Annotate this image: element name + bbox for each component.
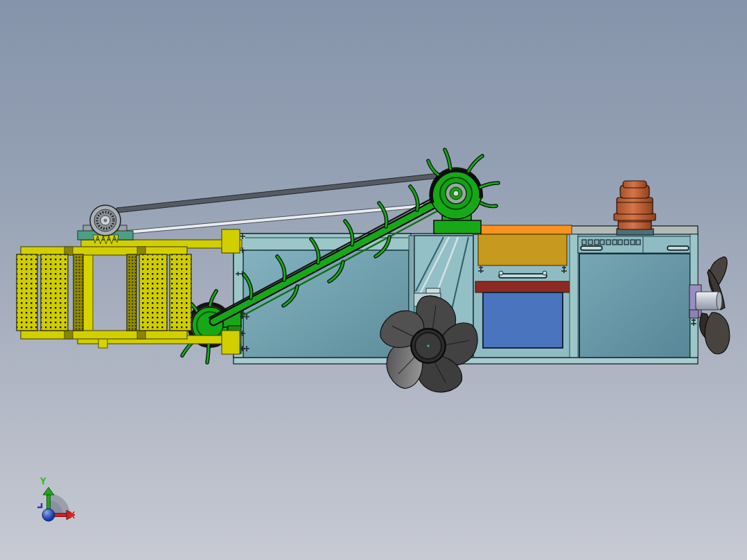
z-axis-mark bbox=[37, 503, 42, 507]
cad-viewport[interactable]: Y X bbox=[0, 0, 747, 560]
orientation-triad: Y X bbox=[37, 475, 76, 521]
engine-cover-panel[interactable] bbox=[478, 234, 567, 265]
drum-bottom-bar bbox=[21, 331, 187, 339]
cabin-panel[interactable] bbox=[579, 254, 690, 358]
propeller-shaft bbox=[696, 292, 719, 310]
handle-end bbox=[543, 271, 547, 275]
engine-cover-trim[interactable] bbox=[473, 225, 572, 234]
origin-sphere bbox=[42, 509, 55, 521]
exhaust-body bbox=[617, 198, 653, 214]
y-axis-label: Y bbox=[40, 475, 46, 487]
axle-stub bbox=[98, 338, 107, 348]
head-base bbox=[434, 220, 481, 234]
x-axis-label: X bbox=[69, 509, 76, 520]
upper-arm-bracket bbox=[222, 229, 240, 253]
prop-blade-lower bbox=[705, 313, 729, 354]
collection-drum[interactable] bbox=[17, 229, 242, 354]
door-trim-strip[interactable] bbox=[475, 281, 572, 292]
exhaust-base bbox=[618, 220, 651, 229]
fan-hub-center bbox=[428, 345, 430, 347]
exhaust-cap bbox=[623, 181, 647, 188]
boom-head-pulley[interactable] bbox=[428, 150, 498, 234]
handle-end bbox=[499, 271, 503, 275]
drum-top-bar bbox=[21, 247, 187, 255]
drum-axle bbox=[82, 247, 93, 338]
cabin[interactable] bbox=[578, 234, 698, 358]
lower-arm-bracket bbox=[222, 331, 240, 354]
door-panel[interactable] bbox=[483, 292, 563, 348]
section-divider bbox=[570, 234, 578, 358]
exhaust-stack[interactable] bbox=[614, 181, 656, 235]
drum-screen-panels bbox=[17, 254, 191, 331]
